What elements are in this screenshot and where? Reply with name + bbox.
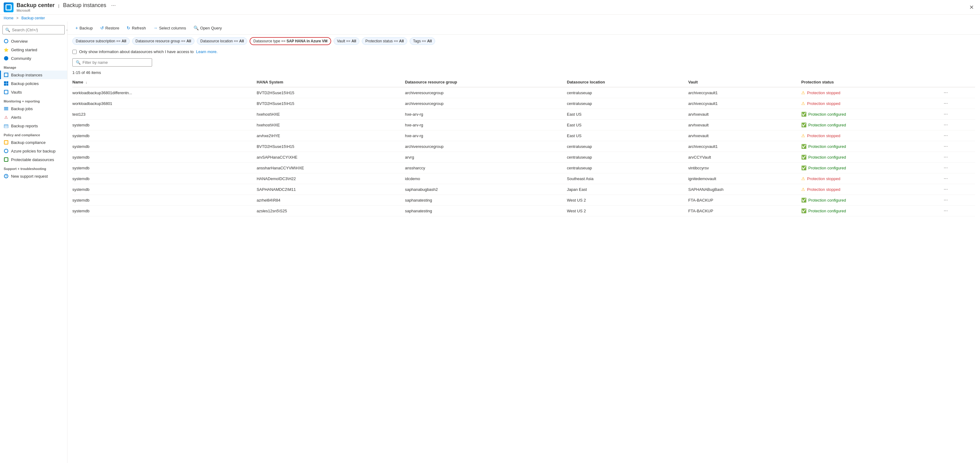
col-header-status[interactable]: Protection status: [801, 77, 942, 87]
filter-datasource-type[interactable]: Datasource type == SAP HANA in Azure VM: [250, 37, 331, 45]
cell-status: ⚠ Protection stopped: [801, 130, 942, 141]
sidebar-item-getting-started[interactable]: ⭐ Getting started: [0, 45, 67, 54]
cell-location: centraluseuap: [567, 87, 688, 98]
sidebar-item-backup-policies[interactable]: Backup policies: [0, 79, 67, 88]
filter-tags[interactable]: Tags == All: [410, 37, 435, 45]
sidebar-item-community[interactable]: Community: [0, 54, 67, 62]
breadcrumb-home[interactable]: Home: [4, 16, 13, 20]
filter-subscription[interactable]: Datasource subscription == All: [72, 37, 130, 45]
backup-button[interactable]: + Backup: [72, 24, 96, 32]
cell-rg: archiveresourcegroup: [405, 141, 567, 152]
row-more-button[interactable]: ···: [942, 186, 950, 192]
filter-vault[interactable]: Vault == All: [334, 37, 360, 45]
cell-status: ✅ Protection configured: [801, 109, 942, 120]
col-header-vault[interactable]: Vault: [688, 77, 801, 87]
filter-search-icon: 🔍: [76, 60, 81, 65]
row-more-button[interactable]: ···: [942, 154, 950, 160]
more-options-icon[interactable]: ···: [111, 2, 116, 9]
col-header-rg[interactable]: Datasource resource group: [405, 77, 567, 87]
query-icon: 🔍: [194, 26, 199, 30]
status-label: Protection stopped: [807, 134, 840, 138]
cell-rg: arvrg: [405, 152, 567, 163]
top-bar: Backup center | Backup instances ··· Mic…: [0, 0, 980, 15]
search-input[interactable]: [12, 28, 64, 32]
access-checkbox[interactable]: [72, 50, 77, 54]
section-policy: Policy and compliance: [0, 130, 67, 138]
cell-rg: hxe-arv-rg: [405, 130, 567, 141]
refresh-icon: ↻: [127, 26, 130, 30]
cell-name: systemdb: [72, 163, 257, 173]
col-header-name[interactable]: Name ↓: [72, 77, 257, 87]
cell-hana: azrhel84\R84: [257, 195, 405, 206]
sidebar-search-container: 🔍 «: [2, 25, 65, 34]
row-more-button[interactable]: ···: [942, 100, 950, 107]
section-manage: Manage: [0, 62, 67, 70]
cell-name: test123: [72, 109, 257, 120]
row-more-button[interactable]: ···: [942, 111, 950, 117]
cell-name: systemdb: [72, 173, 257, 184]
cell-location: East US: [567, 130, 688, 141]
refresh-label: Refresh: [132, 26, 146, 30]
row-more-button[interactable]: ···: [942, 89, 950, 96]
backup-instances-table: Name ↓ HANA System Datasource resource g…: [72, 77, 975, 216]
status-icon: ⚠: [801, 101, 805, 106]
sidebar-item-backup-instances[interactable]: Backup instances: [0, 70, 67, 79]
filter-by-name-input[interactable]: [83, 60, 149, 65]
row-more-button[interactable]: ···: [942, 175, 950, 182]
sidebar-item-label: Backup policies: [11, 81, 39, 86]
sidebar-item-backup-compliance[interactable]: Backup compliance: [0, 138, 67, 147]
cell-name: systemdb: [72, 152, 257, 163]
cell-actions: ···: [942, 206, 975, 216]
sidebar-item-azure-policies[interactable]: Azure policies for backup: [0, 147, 67, 155]
filter-input-container: 🔍: [72, 58, 152, 67]
title-separator: |: [58, 3, 59, 8]
breadcrumb-current[interactable]: Backup center: [21, 16, 45, 20]
status-icon: ✅: [801, 155, 807, 160]
filter-subscription-label: Datasource subscription == All: [76, 39, 126, 43]
publisher-label: Microsoft: [17, 9, 116, 12]
sidebar-item-new-support[interactable]: ? New support request: [0, 172, 67, 180]
row-more-button[interactable]: ···: [942, 132, 950, 139]
backup-policies-icon: [4, 81, 9, 86]
restore-button[interactable]: ↺ Restore: [97, 24, 123, 32]
cell-location: centraluseuap: [567, 163, 688, 173]
cell-location: centraluseuap: [567, 152, 688, 163]
cell-actions: ···: [942, 130, 975, 141]
cell-vault: arvCCYVault: [688, 152, 801, 163]
cell-status: ⚠ Protection stopped: [801, 173, 942, 184]
row-more-button[interactable]: ···: [942, 208, 950, 214]
select-columns-button[interactable]: → Select columns: [150, 24, 189, 32]
backup-label: Backup: [80, 26, 92, 30]
sidebar-item-backup-reports[interactable]: Backup reports: [0, 121, 67, 130]
filter-resource-group[interactable]: Datasource resource group == All: [132, 37, 194, 45]
open-query-label: Open Query: [200, 26, 222, 30]
cell-rg: archiveresourcegroup: [405, 98, 567, 109]
filter-location[interactable]: Datasource location == All: [197, 37, 247, 45]
sidebar-item-label: Overview: [11, 39, 28, 43]
cell-actions: ···: [942, 109, 975, 120]
col-header-hana[interactable]: HANA System: [257, 77, 405, 87]
compliance-icon: [4, 140, 9, 145]
refresh-button[interactable]: ↻ Refresh: [124, 24, 149, 32]
table-row: test123 hxehost\HXE hxe-arv-rg East US a…: [72, 109, 975, 120]
col-header-location[interactable]: Datasource location: [567, 77, 688, 87]
collapse-button[interactable]: «: [65, 27, 67, 33]
row-more-button[interactable]: ···: [942, 164, 950, 171]
sidebar-item-overview[interactable]: Overview: [0, 37, 67, 45]
section-support: Support + troubleshooting: [0, 164, 67, 172]
sidebar-item-backup-jobs[interactable]: Backup jobs: [0, 104, 67, 113]
sidebar-item-protectable[interactable]: Protectable datasources: [0, 155, 67, 164]
row-more-button[interactable]: ···: [942, 143, 950, 149]
filter-protection-status[interactable]: Protection status == All: [362, 37, 407, 45]
row-more-button[interactable]: ···: [942, 121, 950, 128]
cell-vault: ignitedemovault: [688, 173, 801, 184]
open-query-button[interactable]: 🔍 Open Query: [191, 24, 225, 32]
table-row: workloadbackup36801differentn... BVTD2HS…: [72, 87, 975, 98]
row-more-button[interactable]: ···: [942, 197, 950, 203]
sidebar-item-alerts[interactable]: ⚠ Alerts: [0, 113, 67, 121]
sidebar-item-vaults[interactable]: Vaults: [0, 88, 67, 96]
cell-hana: BVTD2HSuse15\H15: [257, 87, 405, 98]
close-button[interactable]: ✕: [967, 3, 976, 12]
learn-more-link[interactable]: Learn more.: [196, 49, 218, 54]
svg-rect-0: [4, 125, 8, 128]
